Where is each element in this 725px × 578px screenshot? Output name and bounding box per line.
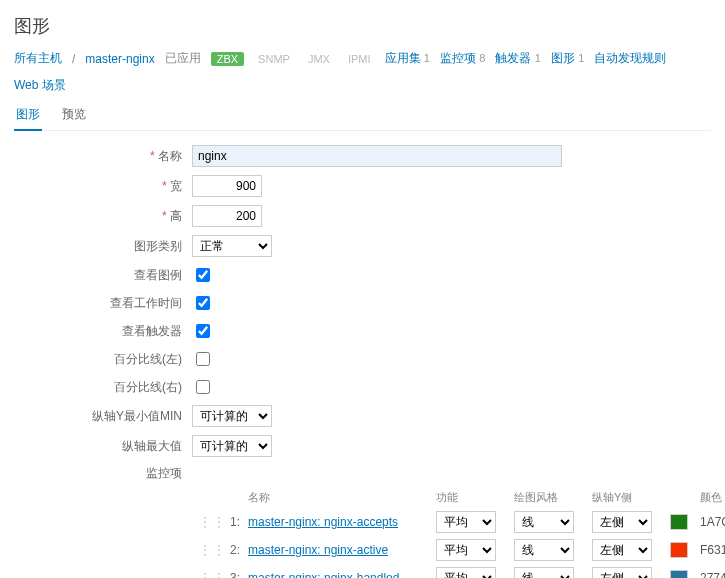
crumb-host[interactable]: master-nginx xyxy=(85,52,154,66)
select-drawstyle[interactable]: 线 xyxy=(514,567,574,578)
separator: / xyxy=(72,52,75,66)
crumb-applied: 已应用 xyxy=(165,50,201,67)
ghost-ipmi: IPMI xyxy=(344,52,375,66)
breadcrumb: 所有主机 / master-nginx 已应用 ZBX SNMP JMX IPM… xyxy=(14,50,711,94)
page-title: 图形 xyxy=(14,14,711,38)
col-color: 颜色 xyxy=(700,490,725,505)
input-width[interactable] xyxy=(192,175,262,197)
drag-handle-icon[interactable]: ⋮⋮ xyxy=(198,514,216,530)
label-trigger: 查看触发器 xyxy=(14,323,192,340)
label-worktime: 查看工作时间 xyxy=(14,295,192,312)
label-type: 图形类别 xyxy=(14,238,192,255)
item-name-link[interactable]: master-nginx: nginx-accepts xyxy=(248,515,428,529)
crumb-link-items[interactable]: 监控项 8 xyxy=(440,50,485,67)
select-func[interactable]: 平均 xyxy=(436,539,496,561)
color-swatch[interactable] xyxy=(670,514,688,530)
crumb-link-web[interactable]: Web 场景 xyxy=(14,77,66,94)
select-func[interactable]: 平均 xyxy=(436,511,496,533)
crumb-link-triggers[interactable]: 触发器 1 xyxy=(495,50,540,67)
tabs: 图形 预览 xyxy=(14,100,711,131)
crumb-link-applications[interactable]: 应用集 1 xyxy=(385,50,430,67)
drag-handle-icon[interactable]: ⋮⋮ xyxy=(198,570,216,578)
items-header: 名称 功能 绘图风格 纵轴Y侧 颜色 动作 xyxy=(198,490,711,505)
zbx-badge: ZBX xyxy=(211,52,244,66)
checkbox-worktime[interactable] xyxy=(196,296,210,310)
checkbox-legend[interactable] xyxy=(196,268,210,282)
select-ymax[interactable]: 可计算的 xyxy=(192,435,272,457)
checkbox-trigger[interactable] xyxy=(196,324,210,338)
ghost-jmx: JMX xyxy=(304,52,334,66)
label-name: 名称 xyxy=(14,148,192,165)
tab-graph[interactable]: 图形 xyxy=(14,100,42,131)
crumb-link-graphs[interactable]: 图形 1 xyxy=(551,50,584,67)
label-height: 高 xyxy=(14,208,192,225)
col-style: 绘图风格 xyxy=(514,490,584,505)
input-height[interactable] xyxy=(192,205,262,227)
select-yaxis-side[interactable]: 左侧 xyxy=(592,539,652,561)
label-pct-left: 百分比线(左) xyxy=(14,351,192,368)
item-index: 2: xyxy=(224,543,240,557)
label-items: 监控项 xyxy=(14,465,192,482)
select-type[interactable]: 正常 xyxy=(192,235,272,257)
item-index: 1: xyxy=(224,515,240,529)
col-yaxis: 纵轴Y侧 xyxy=(592,490,662,505)
select-yaxis-side[interactable]: 左侧 xyxy=(592,511,652,533)
item-index: 3: xyxy=(224,571,240,578)
item-name-link[interactable]: master-nginx: nginx-active xyxy=(248,543,428,557)
item-row: ⋮⋮1:master-nginx: nginx-accepts平均线左侧1A7C… xyxy=(198,511,711,533)
drag-handle-icon[interactable]: ⋮⋮ xyxy=(198,542,216,558)
tab-preview[interactable]: 预览 xyxy=(60,100,88,130)
crumb-link-discovery[interactable]: 自动发现规则 xyxy=(594,50,666,67)
checkbox-pct-left[interactable] xyxy=(196,352,210,366)
select-drawstyle[interactable]: 线 xyxy=(514,511,574,533)
select-ymin[interactable]: 可计算的 xyxy=(192,405,272,427)
col-name: 名称 xyxy=(248,490,428,505)
label-legend: 查看图例 xyxy=(14,267,192,284)
color-hex: 2774A4 xyxy=(700,571,725,578)
crumb-all-hosts[interactable]: 所有主机 xyxy=(14,50,62,67)
item-row: ⋮⋮3:master-nginx: nginx-handled平均线左侧2774… xyxy=(198,567,711,578)
col-func: 功能 xyxy=(436,490,506,505)
item-name-link[interactable]: master-nginx: nginx-handled xyxy=(248,571,428,578)
label-width: 宽 xyxy=(14,178,192,195)
label-ymin: 纵轴Y最小值MIN xyxy=(14,408,192,425)
item-row: ⋮⋮2:master-nginx: nginx-active平均线左侧F6310… xyxy=(198,539,711,561)
color-swatch[interactable] xyxy=(670,570,688,578)
select-func[interactable]: 平均 xyxy=(436,567,496,578)
label-pct-right: 百分比线(右) xyxy=(14,379,192,396)
select-yaxis-side[interactable]: 左侧 xyxy=(592,567,652,578)
color-hex: 1A7C11 xyxy=(700,515,725,529)
label-ymax: 纵轴最大值 xyxy=(14,438,192,455)
color-hex: F63100 xyxy=(700,543,725,557)
select-drawstyle[interactable]: 线 xyxy=(514,539,574,561)
color-swatch[interactable] xyxy=(670,542,688,558)
checkbox-pct-right[interactable] xyxy=(196,380,210,394)
input-name[interactable] xyxy=(192,145,562,167)
ghost-snmp: SNMP xyxy=(254,52,294,66)
